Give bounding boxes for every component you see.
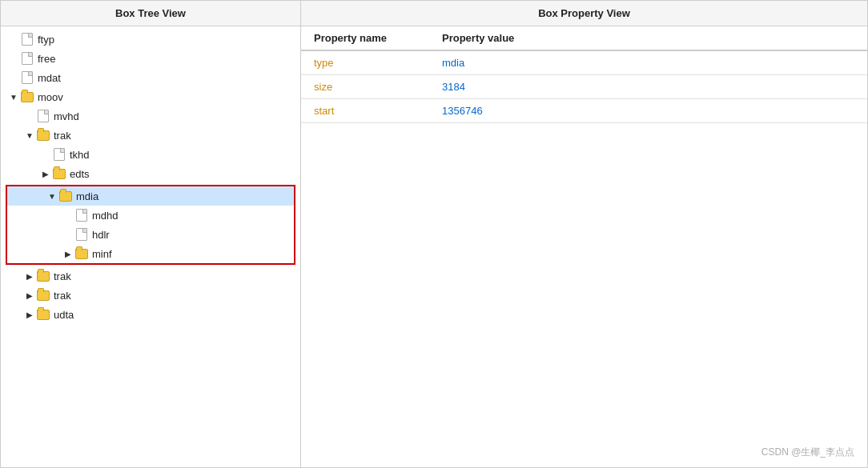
label-edts: edts — [70, 168, 90, 180]
label-hdlr: hdlr — [92, 229, 110, 241]
label-free: free — [38, 53, 55, 65]
watermark: CSDN @生椰_李点点 — [762, 446, 854, 459]
property-row[interactable]: typemdia — [301, 50, 867, 75]
tree-item-hdlr[interactable]: ▶ hdlr — [7, 225, 294, 244]
file-icon-mvhd — [36, 110, 50, 122]
col-header-value: Property value — [429, 26, 867, 50]
prop-name-cell: start — [301, 99, 429, 123]
file-icon-mdhd — [74, 209, 89, 222]
mdia-highlight-box: ▼ mdia ▶ mdhd ▶ hdlr ▶ — [6, 185, 295, 265]
tree-item-trak3[interactable]: ▶ trak — [1, 286, 300, 305]
tree-item-edts[interactable]: ▶ edts — [1, 164, 300, 183]
tree-item-ftyp[interactable]: ▶ ftyp — [1, 30, 300, 49]
col-header-name: Property name — [301, 26, 429, 50]
toggle-moov[interactable]: ▼ — [7, 90, 20, 103]
prop-name-cell: type — [301, 50, 429, 75]
tree-item-tkhd[interactable]: ▶ tkhd — [1, 145, 300, 164]
label-tkhd: tkhd — [70, 149, 90, 161]
toggle-minf[interactable]: ▶ — [62, 247, 74, 260]
tree-item-moov[interactable]: ▼ moov — [1, 87, 300, 106]
tree-item-udta[interactable]: ▶ udta — [1, 305, 300, 324]
folder-icon-edts — [52, 167, 66, 180]
label-mdia: mdia — [76, 190, 98, 202]
toggle-mdia[interactable]: ▼ — [46, 190, 58, 202]
tree-item-free[interactable]: ▶ free — [1, 49, 300, 68]
label-trak3: trak — [54, 290, 71, 302]
label-mvhd: mvhd — [54, 110, 79, 122]
panels-wrapper: ▶ ftyp ▶ free ▶ mdat ▼ moov — [1, 26, 867, 467]
toggle-edts[interactable]: ▶ — [39, 167, 52, 180]
folder-icon-udta — [36, 308, 50, 321]
prop-value-cell: 3184 — [429, 75, 867, 99]
property-row[interactable]: size3184 — [301, 75, 867, 99]
tree-panel[interactable]: ▶ ftyp ▶ free ▶ mdat ▼ moov — [1, 26, 301, 467]
label-trak1: trak — [54, 130, 71, 142]
tree-panel-header: Box Tree View — [1, 1, 301, 26]
folder-icon-mdia — [58, 190, 73, 202]
property-panel-header: Box Property View — [301, 1, 867, 26]
tree-item-trak1[interactable]: ▼ trak — [1, 126, 300, 145]
tree-item-mdia[interactable]: ▼ mdia — [7, 186, 294, 206]
label-ftyp: ftyp — [38, 34, 54, 46]
label-mdhd: mdhd — [92, 210, 119, 222]
property-panel: Property name Property value typemdiasiz… — [301, 26, 867, 467]
toggle-trak3[interactable]: ▶ — [23, 289, 36, 302]
tree-item-trak2[interactable]: ▶ trak — [1, 266, 300, 286]
folder-icon-trak1 — [36, 129, 50, 142]
tree-item-mdhd[interactable]: ▶ mdhd — [7, 206, 294, 225]
tree-item-mvhd[interactable]: ▶ mvhd — [1, 106, 300, 126]
label-minf: minf — [92, 248, 112, 260]
folder-icon-minf — [74, 247, 89, 260]
folder-icon-moov — [20, 90, 34, 103]
toggle-udta[interactable]: ▶ — [23, 308, 36, 321]
file-icon-free — [20, 52, 34, 65]
prop-name-cell: size — [301, 75, 429, 99]
file-icon-hdlr — [74, 228, 89, 241]
file-icon-mdat — [20, 71, 34, 84]
label-trak2: trak — [54, 270, 71, 282]
folder-icon-trak3 — [36, 289, 50, 302]
tree-item-mdat[interactable]: ▶ mdat — [1, 68, 300, 87]
panel-header: Box Tree View Box Property View — [1, 1, 867, 26]
file-icon-tkhd — [52, 148, 66, 161]
tree-item-minf[interactable]: ▶ minf — [7, 244, 294, 263]
prop-value-cell: mdia — [429, 50, 867, 75]
property-row[interactable]: start1356746 — [301, 99, 867, 123]
label-mdat: mdat — [38, 72, 61, 84]
label-moov: moov — [38, 91, 63, 103]
toggle-trak2[interactable]: ▶ — [23, 270, 36, 282]
main-container: Box Tree View Box Property View ▶ ftyp ▶… — [0, 0, 868, 468]
prop-value-cell: 1356746 — [429, 99, 867, 123]
folder-icon-trak2 — [36, 270, 50, 282]
property-table: Property name Property value typemdiasiz… — [301, 26, 867, 123]
file-icon-ftyp — [20, 33, 34, 46]
toggle-trak1[interactable]: ▼ — [23, 129, 36, 142]
label-udta: udta — [54, 309, 74, 321]
